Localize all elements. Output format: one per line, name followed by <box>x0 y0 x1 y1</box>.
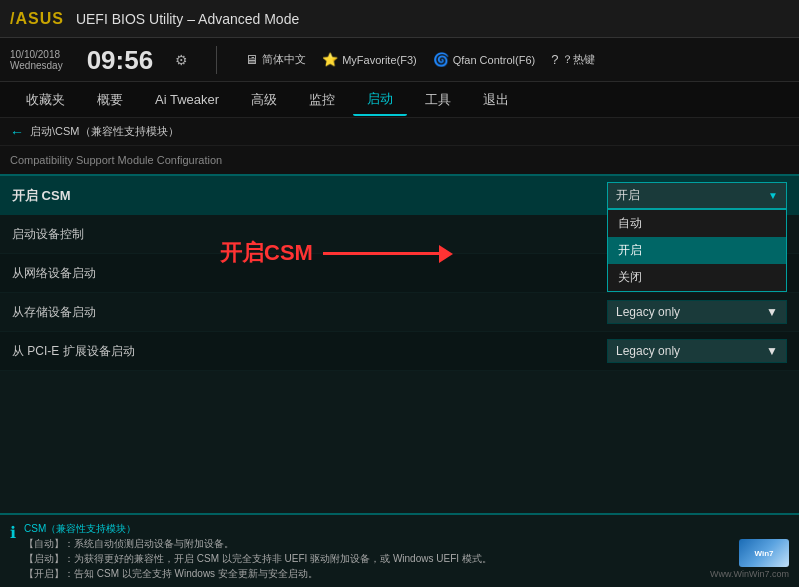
dropdown-arrow-icon-5: ▼ <box>766 344 778 358</box>
win7-logo: Win7 <box>739 539 789 567</box>
breadcrumb-back-arrow[interactable]: ← <box>10 124 24 140</box>
section-header: 开启 CSM 开启 ▼ 自动 开启 关闭 <box>0 176 799 215</box>
setting-value-storage-boot[interactable]: Legacy only ▼ <box>607 300 787 324</box>
toolbar-myfavorite-label: MyFavorite(F3) <box>342 54 417 66</box>
breadcrumb-path: 启动\CSM（兼容性支持模块） <box>30 124 179 139</box>
star-icon: ⭐ <box>322 52 338 67</box>
tab-tools[interactable]: 工具 <box>411 85 465 115</box>
toolbar-hotkey-label: ？热键 <box>562 52 595 67</box>
breadcrumb: ← 启动\CSM（兼容性支持模块） <box>0 118 799 146</box>
tab-ai-tweaker[interactable]: Ai Tweaker <box>141 86 233 113</box>
info-text-block: CSM（兼容性支持模块） 【自动】：系统自动侦测启动设备与附加设备。 【启动】：… <box>24 521 492 581</box>
subtitle-text: Compatibility Support Module Configurati… <box>10 154 222 166</box>
header-bar: /ASUS UEFI BIOS Utility – Advanced Mode <box>0 0 799 38</box>
toolbar-lang-label: 简体中文 <box>262 52 306 67</box>
info-panel-title-text: CSM（兼容性支持模块） <box>24 523 136 534</box>
csm-option-auto[interactable]: 自动 <box>608 210 786 237</box>
toolbar-lang[interactable]: 🖥 简体中文 <box>245 52 306 67</box>
toolbar-items: 🖥 简体中文 ⭐ MyFavorite(F3) 🌀 Qfan Control(F… <box>245 52 595 67</box>
setting-label-pcie-boot: 从 PCI-E 扩展设备启动 <box>12 343 135 360</box>
nav-tabs: 收藏夹 概要 Ai Tweaker 高级 监控 启动 工具 退出 <box>0 82 799 118</box>
date-line2: Wednesday <box>10 60 63 71</box>
setting-row-pcie-boot: 从 PCI-E 扩展设备启动 Legacy only ▼ <box>0 332 799 371</box>
info-line-3: 【开启】：告知 CSM 以完全支持 Windows 安全更新与安全启动。 <box>24 566 492 581</box>
info-line-2: 【启动】：为获得更好的兼容性，开启 CSM 以完全支持非 UEFI 驱动附加设备… <box>24 551 492 566</box>
datetime-block: 10/10/2018 Wednesday <box>10 49 63 71</box>
tab-advanced[interactable]: 高级 <box>237 85 291 115</box>
question-icon: ? <box>551 52 558 67</box>
csm-dropdown-menu: 自动 开启 关闭 <box>607 209 787 292</box>
csm-option-disable[interactable]: 关闭 <box>608 264 786 291</box>
setting-row-storage-boot: 从存储设备启动 Legacy only ▼ <box>0 293 799 332</box>
time-display: 09:56 <box>87 47 154 73</box>
toolbar-qfan-label: Qfan Control(F6) <box>453 54 536 66</box>
bios-screen: /ASUS UEFI BIOS Utility – Advanced Mode … <box>0 0 799 587</box>
tab-monitor[interactable]: 监控 <box>295 85 349 115</box>
info-icon: ℹ <box>10 523 16 581</box>
separator <box>216 46 217 74</box>
subtitle-bar: Compatibility Support Module Configurati… <box>0 146 799 176</box>
bios-title: UEFI BIOS Utility – Advanced Mode <box>76 11 789 27</box>
lang-icon: 🖥 <box>245 52 258 67</box>
tab-boot[interactable]: 启动 <box>353 84 407 116</box>
gear-icon[interactable]: ⚙ <box>175 52 188 68</box>
fan-icon: 🌀 <box>433 52 449 67</box>
info-line-1: 【自动】：系统自动侦测启动设备与附加设备。 <box>24 536 492 551</box>
setting-label-network-boot: 从网络设备启动 <box>12 265 96 282</box>
setting-value-pcie-text: Legacy only <box>616 344 680 358</box>
asus-logo: /ASUS <box>10 10 64 28</box>
toolbar-qfan[interactable]: 🌀 Qfan Control(F6) <box>433 52 536 67</box>
dropdown-arrow-icon-4: ▼ <box>766 305 778 319</box>
setting-label-storage-boot: 从存储设备启动 <box>12 304 96 321</box>
watermark: Win7 Www.WinWin7.com <box>710 539 789 579</box>
tab-overview[interactable]: 概要 <box>83 85 137 115</box>
date-line1: 10/10/2018 <box>10 49 60 60</box>
setting-value-pcie-boot[interactable]: Legacy only ▼ <box>607 339 787 363</box>
info-panel: ℹ CSM（兼容性支持模块） 【自动】：系统自动侦测启动设备与附加设备。 【启动… <box>0 513 799 587</box>
watermark-url: Www.WinWin7.com <box>710 569 789 579</box>
setting-value-storage-text: Legacy only <box>616 305 680 319</box>
toolbar-hotkey[interactable]: ? ？热键 <box>551 52 595 67</box>
info-panel-title: CSM（兼容性支持模块） <box>24 521 492 536</box>
csm-dropdown[interactable]: 开启 ▼ 自动 开启 关闭 <box>607 182 787 209</box>
setting-label-boot-device: 启动设备控制 <box>12 226 84 243</box>
csm-dropdown-value[interactable]: 开启 ▼ <box>607 182 787 209</box>
datetime-bar: 10/10/2018 Wednesday 09:56 ⚙ 🖥 简体中文 ⭐ My… <box>0 38 799 82</box>
csm-current-value: 开启 <box>616 187 640 204</box>
tab-exit[interactable]: 退出 <box>469 85 523 115</box>
csm-option-enable[interactable]: 开启 <box>608 237 786 264</box>
toolbar-myfavorite[interactable]: ⭐ MyFavorite(F3) <box>322 52 417 67</box>
tab-favorites[interactable]: 收藏夹 <box>12 85 79 115</box>
section-title: 开启 CSM <box>12 187 71 205</box>
dropdown-arrow-icon: ▼ <box>768 190 778 201</box>
